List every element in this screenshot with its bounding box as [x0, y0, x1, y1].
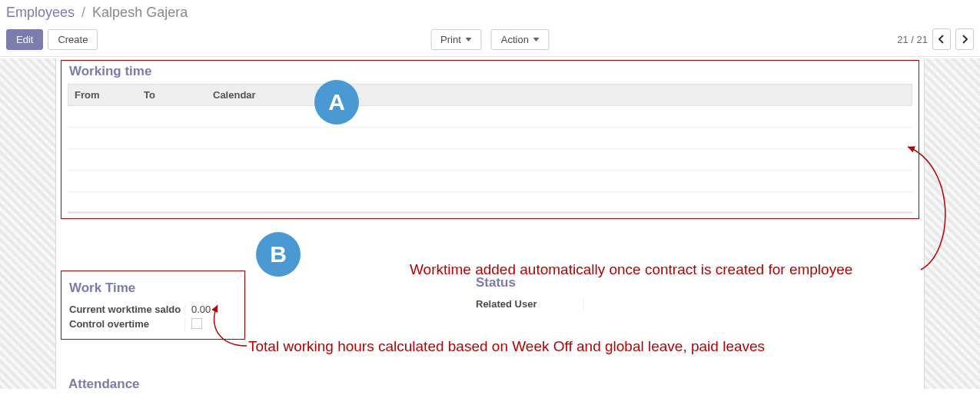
- annotation-text-2: Total working hours calculated based on …: [248, 338, 765, 355]
- edit-button[interactable]: Edit: [6, 29, 43, 50]
- table-row: [68, 149, 912, 171]
- annotation-text-1: Worktime added automatically once contra…: [410, 261, 852, 278]
- pager-text: 21 / 21: [897, 34, 928, 45]
- chevron-right-icon: [962, 35, 968, 44]
- control-bar: Edit Create Print Action 21 / 21: [0, 25, 980, 57]
- related-user-value: [583, 298, 590, 310]
- table-row: [68, 128, 912, 149]
- working-time-title: Working time: [61, 61, 919, 84]
- annotation-arrow-1: [902, 143, 963, 281]
- saldo-label: Current worktime saldo: [69, 304, 184, 315]
- breadcrumb-parent-link[interactable]: Employees: [6, 5, 75, 20]
- pager-next-button[interactable]: [955, 28, 974, 50]
- action-button[interactable]: Action: [491, 29, 550, 50]
- col-from: From: [68, 85, 138, 105]
- table-row: [68, 171, 912, 192]
- create-button[interactable]: Create: [48, 29, 98, 50]
- working-time-section: Working time From To Calendar: [61, 60, 919, 219]
- action-button-label: Action: [501, 34, 529, 45]
- status-section: Status Related User: [476, 271, 590, 340]
- breadcrumb: Employees / Kalpesh Gajera: [0, 0, 980, 25]
- annotation-marker-b: B: [256, 232, 301, 277]
- chevron-down-icon: [533, 38, 540, 41]
- breadcrumb-separator: /: [81, 5, 85, 20]
- overtime-label: Control overtime: [69, 318, 184, 331]
- col-to: To: [138, 85, 207, 105]
- working-time-table: From To Calendar: [68, 84, 912, 214]
- pager-prev-button[interactable]: [932, 28, 951, 50]
- attendance-section: Attendance PIN Code Badge ID Generate: [68, 372, 233, 389]
- table-header: From To Calendar: [68, 84, 912, 106]
- print-button[interactable]: Print: [430, 29, 482, 50]
- work-time-title: Work Time: [69, 276, 237, 300]
- chevron-down-icon: [466, 38, 472, 41]
- form-sheet: Working time From To Calendar Work Time …: [55, 58, 925, 389]
- attendance-title: Attendance: [68, 372, 233, 389]
- pager: 21 / 21: [897, 28, 974, 50]
- chevron-left-icon: [938, 35, 945, 44]
- background-hatch: [0, 58, 55, 389]
- table-row: [68, 106, 912, 128]
- breadcrumb-current: Kalpesh Gajera: [92, 5, 188, 20]
- related-user-label: Related User: [476, 298, 583, 310]
- overtime-checkbox[interactable]: [191, 318, 202, 329]
- annotation-marker-a: A: [314, 80, 359, 124]
- col-calendar: Calendar: [207, 85, 912, 105]
- table-row: [68, 192, 912, 214]
- print-button-label: Print: [440, 34, 461, 45]
